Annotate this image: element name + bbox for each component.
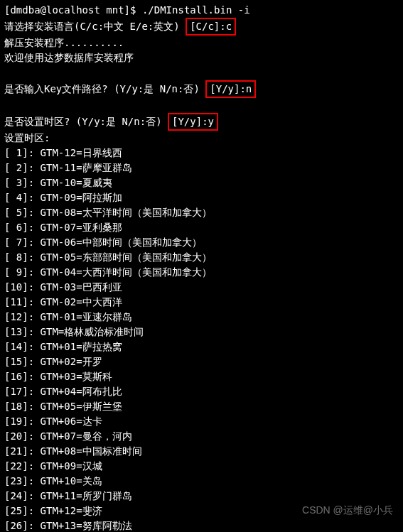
timezone-label: GTM-10=夏威夷 (41, 177, 112, 188)
timezone-index: [22]: (4, 460, 41, 472)
timezone-index: [12]: (4, 311, 41, 322)
timezone-label: GTM-01=亚速尔群岛 (41, 311, 132, 322)
timezone-label: GTM-05=东部部时间（美国和加拿大） (41, 251, 212, 263)
timezone-row: [26]: GTM+13=努库阿勒法 (4, 519, 399, 532)
timezone-label: GTM-04=大西洋时间（美国和加拿大） (41, 266, 212, 278)
timezone-label: GTM+02=开罗 (41, 356, 102, 367)
timezone-row: [ 5]: GTM-08=太平洋时间（美国和加拿大） (4, 205, 399, 220)
timezone-row: [ 2]: GTM-11=萨摩亚群岛 (4, 161, 399, 175)
tz-prompt-line: 是否设置时区? (Y/y:是 N/n:否) [Y/y]:y (4, 113, 399, 131)
watermark-text: CSDN @运维@小兵 (302, 503, 393, 518)
timezone-row: [13]: GTM=格林威治标准时间 (4, 325, 399, 340)
timezone-index: [ 2]: (4, 162, 41, 173)
timezone-row: [ 1]: GTM-12=日界线西 (4, 146, 399, 161)
timezone-label: GTM+12=斐济 (41, 505, 102, 516)
timezone-index: [ 4]: (4, 192, 41, 203)
timezone-row: [ 6]: GTM-07=亚利桑那 (4, 220, 399, 235)
timezone-label: GTM-03=巴西利亚 (41, 281, 122, 293)
timezone-index: [11]: (4, 296, 41, 308)
timezone-row: [ 8]: GTM-05=东部部时间（美国和加拿大） (4, 250, 399, 265)
timezone-label: GTM+11=所罗门群岛 (41, 490, 132, 501)
blank-line (4, 98, 399, 113)
timezone-row: [18]: GTM+05=伊斯兰堡 (4, 399, 399, 414)
timezone-label: GTM=格林威治标准时间 (41, 326, 144, 337)
timezone-index: [23]: (4, 475, 41, 487)
language-select-text: 请选择安装语言(C/c:中文 E/e:英文) (4, 21, 186, 32)
key-prompt-line: 是否输入Key文件路径? (Y/y:是 N/n:否) [Y/y]:n (4, 80, 399, 98)
timezone-label: GTM-02=中大西洋 (41, 296, 122, 308)
timezone-index: [14]: (4, 341, 41, 352)
welcome-line: 欢迎使用达梦数据库安装程序 (4, 50, 399, 65)
timezone-index: [25]: (4, 505, 41, 516)
timezone-row: [11]: GTM-02=中大西洋 (4, 295, 399, 310)
timezone-row: [23]: GTM+10=关岛 (4, 474, 399, 489)
timezone-row: [19]: GTM+06=达卡 (4, 414, 399, 429)
timezone-row: [12]: GTM-01=亚速尔群岛 (4, 310, 399, 325)
timezone-index: [24]: (4, 490, 41, 501)
command-text: ./DMInstall.bin -i (142, 4, 250, 16)
timezone-label: GTM-06=中部时间（美国和加拿大） (41, 237, 202, 248)
blank-line (4, 65, 399, 80)
timezone-index: [ 7]: (4, 237, 41, 248)
timezone-row: [16]: GTM+03=莫斯科 (4, 369, 399, 384)
timezone-row: [ 4]: GTM-09=阿拉斯加 (4, 190, 399, 205)
timezone-label: GTM+05=伊斯兰堡 (41, 401, 122, 412)
timezone-label: GTM-07=亚利桑那 (41, 222, 122, 233)
timezone-row: [20]: GTM+07=曼谷，河内 (4, 429, 399, 444)
timezone-row: [21]: GTM+08=中国标准时间 (4, 444, 399, 459)
tz-header-line: 设置时区: (4, 131, 399, 146)
tz-prompt-input-box[interactable]: [Y/y]:y (168, 113, 218, 131)
timezone-index: [17]: (4, 386, 41, 397)
timezone-index: [21]: (4, 445, 41, 457)
timezone-index: [13]: (4, 326, 41, 337)
timezone-list: [ 1]: GTM-12=日界线西[ 2]: GTM-11=萨摩亚群岛[ 3]:… (4, 146, 399, 532)
timezone-label: GTM+06=达卡 (41, 416, 102, 427)
timezone-index: [18]: (4, 401, 41, 412)
language-select-input-box[interactable]: [C/c]:c (186, 18, 236, 36)
timezone-index: [ 1]: (4, 147, 41, 158)
timezone-label: GTM-09=阿拉斯加 (41, 192, 122, 203)
timezone-index: [ 3]: (4, 177, 41, 188)
timezone-label: GTM+13=努库阿勒法 (41, 520, 132, 531)
key-prompt-text: 是否输入Key文件路径? (Y/y:是 N/n:否) (4, 83, 205, 94)
timezone-row: [10]: GTM-03=巴西利亚 (4, 280, 399, 295)
timezone-label: GTM+01=萨拉热窝 (41, 341, 122, 352)
timezone-label: GTM+09=汉城 (41, 460, 102, 472)
prompt-user-host: [dmdba@localhost mnt]$ (4, 4, 142, 16)
timezone-index: [ 6]: (4, 222, 41, 233)
timezone-label: GTM+04=阿布扎比 (41, 386, 122, 397)
timezone-row: [15]: GTM+02=开罗 (4, 354, 399, 369)
timezone-row: [ 7]: GTM-06=中部时间（美国和加拿大） (4, 235, 399, 250)
extract-line: 解压安装程序.......... (4, 36, 399, 50)
timezone-label: GTM-12=日界线西 (41, 147, 122, 158)
timezone-index: [20]: (4, 430, 41, 442)
timezone-row: [22]: GTM+09=汉城 (4, 459, 399, 474)
tz-prompt-text: 是否设置时区? (Y/y:是 N/n:否) (4, 116, 168, 127)
key-prompt-input-box[interactable]: [Y/y]:n (205, 80, 256, 98)
timezone-index: [ 5]: (4, 207, 41, 218)
timezone-row: [17]: GTM+04=阿布扎比 (4, 384, 399, 399)
timezone-index: [26]: (4, 520, 41, 531)
timezone-row: [14]: GTM+01=萨拉热窝 (4, 340, 399, 354)
timezone-row: [24]: GTM+11=所罗门群岛 (4, 489, 399, 504)
timezone-row: [ 3]: GTM-10=夏威夷 (4, 175, 399, 190)
language-select-line: 请选择安装语言(C/c:中文 E/e:英文) [C/c]:c (4, 18, 399, 36)
timezone-label: GTM-08=太平洋时间（美国和加拿大） (41, 207, 212, 218)
timezone-index: [16]: (4, 371, 41, 382)
timezone-index: [10]: (4, 281, 41, 293)
timezone-index: [19]: (4, 416, 41, 427)
terminal-prompt-line: [dmdba@localhost mnt]$ ./DMInstall.bin -… (4, 3, 399, 18)
timezone-row: [ 9]: GTM-04=大西洋时间（美国和加拿大） (4, 265, 399, 280)
timezone-label: GTM-11=萨摩亚群岛 (41, 162, 132, 173)
timezone-label: GTM+10=关岛 (41, 475, 102, 487)
timezone-label: GTM+03=莫斯科 (41, 371, 112, 382)
timezone-index: [15]: (4, 356, 41, 367)
timezone-index: [ 9]: (4, 266, 41, 278)
timezone-label: GTM+07=曼谷，河内 (41, 430, 132, 442)
timezone-label: GTM+08=中国标准时间 (41, 445, 142, 457)
timezone-index: [ 8]: (4, 251, 41, 263)
